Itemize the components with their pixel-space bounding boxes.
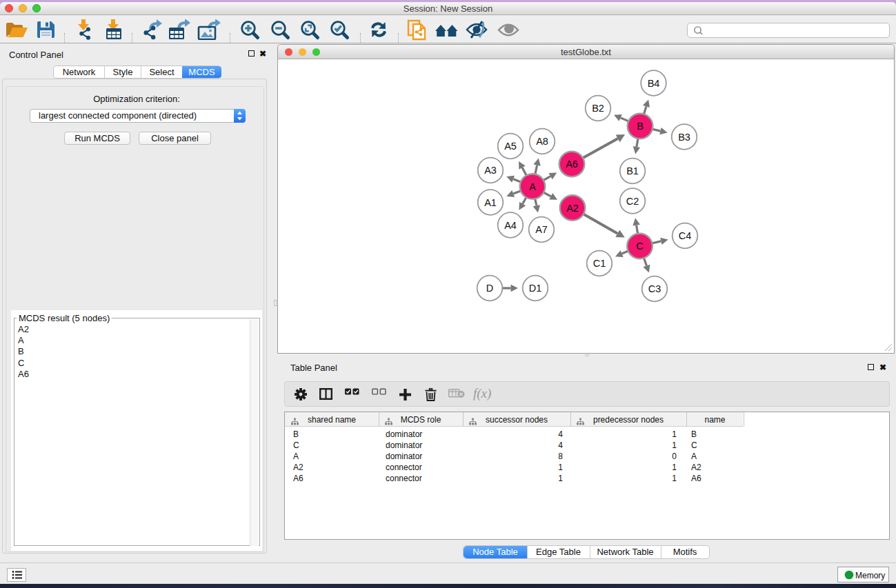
svg-text:A8: A8 — [536, 136, 548, 147]
svg-text:B1: B1 — [626, 165, 639, 176]
svg-text:B: B — [637, 121, 644, 132]
svg-text:A2: A2 — [566, 203, 579, 214]
svg-text:C: C — [636, 241, 643, 252]
svg-text:A: A — [529, 181, 536, 192]
svg-text:A5: A5 — [504, 141, 517, 152]
svg-text:C1: C1 — [593, 258, 606, 269]
svg-text:C3: C3 — [648, 283, 661, 294]
svg-text:A1: A1 — [484, 197, 497, 208]
svg-text:A7: A7 — [535, 224, 548, 235]
svg-text:B4: B4 — [648, 78, 660, 89]
svg-text:A6: A6 — [566, 159, 578, 170]
svg-text:C4: C4 — [679, 230, 692, 241]
svg-text:A4: A4 — [504, 220, 517, 231]
svg-text:B2: B2 — [592, 103, 604, 114]
svg-text:D: D — [486, 283, 493, 294]
svg-text:C2: C2 — [626, 196, 639, 207]
svg-text:D1: D1 — [529, 283, 542, 294]
svg-text:A3: A3 — [484, 165, 497, 176]
svg-text:B3: B3 — [678, 132, 690, 143]
